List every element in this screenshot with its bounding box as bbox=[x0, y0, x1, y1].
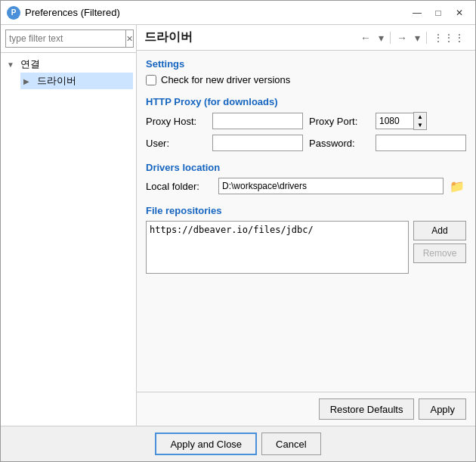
proxy-port-label: Proxy Port: bbox=[309, 116, 369, 127]
drivers-location-title: Drivers location bbox=[146, 162, 466, 173]
check-driver-row: Check for new driver versions bbox=[146, 74, 466, 85]
repo-container: https://dbeaver.io/files/jdbc/ Add Remov… bbox=[146, 221, 466, 274]
http-proxy-section: HTTP Proxy (for downloads) Proxy Host: P… bbox=[146, 96, 466, 151]
panel-nav: ← ▾ → ▾ ⋮⋮⋮ bbox=[357, 30, 468, 45]
proxy-port-input[interactable] bbox=[376, 113, 413, 129]
check-driver-versions-checkbox[interactable] bbox=[146, 75, 156, 85]
spinner-up-button[interactable]: ▲ bbox=[414, 113, 426, 121]
repo-textarea[interactable]: https://dbeaver.io/files/jdbc/ bbox=[146, 221, 409, 274]
preferences-window: P Preferences (Filtered) — □ ✕ ✕ ▼ 연결 bbox=[0, 0, 476, 462]
spinner-buttons: ▲ ▼ bbox=[413, 112, 427, 130]
left-panel: ✕ ▼ 연결 ▶ 드라이버 bbox=[1, 25, 137, 426]
password-input[interactable] bbox=[376, 135, 466, 151]
folder-browse-button[interactable]: 📁 bbox=[448, 178, 466, 194]
local-folder-row: Local folder: 📁 bbox=[146, 178, 466, 194]
filter-clear-button[interactable]: ✕ bbox=[126, 29, 134, 48]
remove-repo-button[interactable]: Remove bbox=[413, 243, 466, 263]
tree-item-connection[interactable]: ▼ 연결 bbox=[4, 56, 133, 73]
nav-separator bbox=[390, 32, 391, 44]
user-input[interactable] bbox=[212, 135, 303, 151]
cancel-button[interactable]: Cancel bbox=[261, 433, 320, 455]
proxy-host-row: Proxy Host: Proxy Port: ▲ ▼ bbox=[146, 112, 466, 130]
tree-expand-icon: ▼ bbox=[7, 60, 17, 69]
maximize-button[interactable]: □ bbox=[428, 5, 448, 21]
bottom-bar: Restore Defaults Apply bbox=[137, 392, 475, 426]
restore-defaults-button[interactable]: Restore Defaults bbox=[319, 398, 415, 420]
panel-header: 드라이버 ← ▾ → ▾ ⋮⋮⋮ bbox=[137, 25, 475, 51]
main-content: ✕ ▼ 연결 ▶ 드라이버 드라이버 ← bbox=[1, 25, 475, 426]
panel-title: 드라이버 bbox=[144, 29, 193, 45]
repo-buttons: Add Remove bbox=[413, 221, 466, 263]
user-password-row: User: Password: bbox=[146, 135, 466, 151]
minimize-button[interactable]: — bbox=[407, 5, 427, 21]
password-label: Password: bbox=[309, 138, 369, 149]
proxy-host-label: Proxy Host: bbox=[146, 116, 206, 127]
check-driver-label: Check for new driver versions bbox=[161, 74, 290, 85]
title-bar: P Preferences (Filtered) — □ ✕ bbox=[1, 1, 475, 25]
file-repos-title: File repositories bbox=[146, 205, 466, 216]
user-label: User: bbox=[146, 138, 206, 149]
tree: ▼ 연결 ▶ 드라이버 bbox=[1, 53, 136, 426]
forward-arrow-button[interactable]: ▾ bbox=[412, 30, 423, 45]
file-repositories-section: File repositories https://dbeaver.io/fil… bbox=[146, 205, 466, 274]
apply-close-button[interactable]: Apply and Close bbox=[155, 433, 257, 455]
tree-child-expand-icon: ▶ bbox=[23, 77, 34, 85]
http-proxy-title: HTTP Proxy (for downloads) bbox=[146, 96, 466, 107]
tree-root-label: 연결 bbox=[20, 57, 40, 71]
window-controls: — □ ✕ bbox=[407, 5, 469, 21]
tree-child-label: 드라이버 bbox=[37, 74, 76, 88]
close-button[interactable]: ✕ bbox=[450, 5, 469, 21]
back-arrow-button[interactable]: ▾ bbox=[376, 30, 387, 45]
filter-input[interactable] bbox=[5, 29, 126, 48]
action-bar: Apply and Close Cancel bbox=[1, 426, 475, 461]
settings-title: Settings bbox=[146, 58, 466, 70]
panel-content: Settings Check for new driver versions H… bbox=[137, 51, 475, 392]
add-repo-button[interactable]: Add bbox=[413, 221, 466, 240]
proxy-host-input[interactable] bbox=[212, 113, 303, 129]
spinner-down-button[interactable]: ▼ bbox=[414, 121, 426, 129]
drivers-location-section: Drivers location Local folder: 📁 bbox=[146, 162, 466, 194]
right-panel: 드라이버 ← ▾ → ▾ ⋮⋮⋮ Settings Check bbox=[137, 25, 475, 426]
apply-button[interactable]: Apply bbox=[419, 398, 466, 420]
proxy-port-spinner: ▲ ▼ bbox=[376, 112, 427, 130]
settings-section: Settings Check for new driver versions bbox=[146, 58, 466, 85]
filter-box: ✕ bbox=[1, 25, 136, 53]
forward-button[interactable]: → bbox=[394, 30, 410, 45]
back-button[interactable]: ← bbox=[357, 30, 374, 45]
local-folder-label: Local folder: bbox=[146, 181, 214, 192]
nav-separator-2 bbox=[426, 32, 427, 44]
nav-menu-button[interactable]: ⋮⋮⋮ bbox=[430, 30, 468, 45]
tree-item-driver[interactable]: ▶ 드라이버 bbox=[20, 73, 133, 89]
app-icon: P bbox=[7, 6, 20, 20]
local-folder-input[interactable] bbox=[218, 178, 444, 194]
tree-child: ▶ 드라이버 bbox=[4, 73, 133, 89]
folder-icon: 📁 bbox=[450, 179, 465, 194]
window-title: Preferences (Filtered) bbox=[25, 7, 407, 18]
